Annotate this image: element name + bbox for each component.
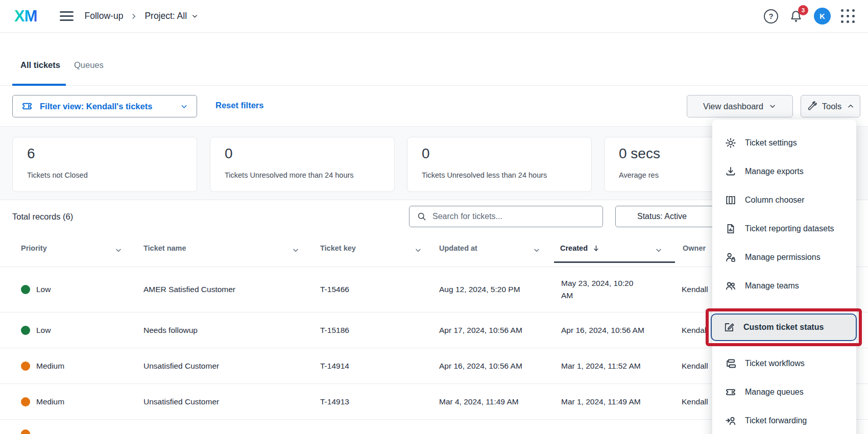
- chevron-down-icon: [191, 12, 199, 20]
- top-bar-actions: ? 3 K: [764, 8, 855, 25]
- priority-label: Low: [36, 285, 51, 294]
- menu-item-label: Column chooser: [745, 196, 805, 205]
- menu-item-manage-teams[interactable]: Manage teams: [712, 272, 856, 300]
- forward-person-icon: [725, 415, 737, 427]
- tab-bar: All tickets Queues: [0, 51, 868, 86]
- ticket-name: Unsatisfied Customer: [143, 397, 320, 406]
- menu-item-ticket-settings[interactable]: Ticket settings: [712, 129, 856, 157]
- menu-item-column-chooser[interactable]: Column chooser: [712, 186, 856, 214]
- menu-item-label: Manage permissions: [745, 253, 821, 262]
- xm-logo[interactable]: XM: [14, 7, 37, 26]
- column-header-priority[interactable]: Priority: [21, 244, 47, 252]
- filter-view-dropdown[interactable]: Filter view: Kendall's tickets: [12, 95, 197, 117]
- download-icon: [725, 165, 737, 178]
- ticket-name: Unsatisfied Customer: [143, 361, 320, 371]
- column-header-updated-at[interactable]: Updated at: [439, 244, 477, 252]
- app-window: XM Follow-up Project: All ? 3 K: [0, 0, 868, 434]
- menu-item-label: Ticket settings: [745, 138, 797, 148]
- menu-item-label: Ticket forwarding: [745, 416, 807, 425]
- breadcrumb-section[interactable]: Follow-up: [85, 11, 124, 21]
- ticket-key: T-14914: [320, 361, 439, 371]
- priority-dot-medium: [21, 397, 30, 406]
- created-at: May 23, 2024, 10:20 AM: [561, 277, 642, 302]
- reset-filters-link[interactable]: Reset filters: [215, 101, 263, 110]
- menu-item-manage-permissions[interactable]: Manage permissions: [712, 243, 856, 272]
- ticket-name: AMER Satisfied Customer: [143, 285, 320, 294]
- avatar[interactable]: K: [814, 8, 831, 25]
- menu-item-custom-ticket-status[interactable]: Custom ticket status: [711, 314, 857, 341]
- sorted-column-underline: [554, 261, 675, 263]
- column-header-ticket-key[interactable]: Ticket key: [320, 244, 356, 252]
- chevron-down-icon[interactable]: [533, 246, 541, 254]
- chevron-down-icon: [768, 102, 777, 110]
- menu-item-ticket-forwarding[interactable]: Ticket forwarding: [712, 406, 856, 434]
- hamburger-menu-icon[interactable]: [60, 9, 74, 23]
- priority-dot-low: [21, 285, 30, 294]
- app-grid-icon[interactable]: [841, 9, 855, 23]
- chevron-down-icon[interactable]: [292, 246, 300, 254]
- ticket-key: T-15466: [320, 285, 439, 294]
- view-dashboard-button[interactable]: View dashboard: [687, 95, 793, 117]
- created-at: Mar 1, 2024, 11:49 AM: [561, 397, 682, 406]
- chevron-down-icon[interactable]: [414, 246, 422, 254]
- project-selector[interactable]: Project: All: [144, 11, 199, 21]
- created-at: Mar 1, 2024, 11:52 AM: [561, 361, 682, 371]
- column-header-ticket-name[interactable]: Ticket name: [143, 244, 186, 252]
- total-records-label: Total records (6): [12, 212, 73, 222]
- stat-value: 0: [422, 146, 591, 162]
- notification-count-badge: 3: [798, 5, 808, 15]
- notifications-bell-icon[interactable]: 3: [788, 9, 804, 24]
- columns-icon: [725, 194, 737, 206]
- tools-menu: Ticket settings Manage exports Column ch…: [712, 119, 856, 434]
- tab-all-tickets[interactable]: All tickets: [20, 60, 60, 70]
- wrench-icon: [806, 101, 817, 112]
- menu-item-ticket-reporting-datasets[interactable]: Ticket reporting datasets: [712, 214, 856, 243]
- menu-item-label: Ticket workflows: [745, 359, 805, 368]
- gear-icon: [725, 137, 737, 149]
- ticket-key: T-15186: [320, 326, 439, 335]
- person-lock-icon: [725, 251, 737, 263]
- menu-item-label: Manage queues: [745, 388, 804, 397]
- stat-card-not-closed: 6 Tickets not Closed: [12, 137, 197, 192]
- search-icon: [417, 211, 427, 222]
- stat-value: 0: [225, 146, 394, 162]
- workflow-icon: [725, 357, 737, 370]
- updated-at: Mar 4, 2024, 11:49 AM: [439, 397, 561, 406]
- view-dashboard-label: View dashboard: [703, 102, 763, 111]
- sort-descending-arrow-icon: [592, 245, 600, 252]
- search-input[interactable]: [432, 212, 595, 221]
- column-header-created-label: Created: [560, 244, 588, 252]
- priority-label: Medium: [36, 397, 64, 406]
- updated-at: Apr 17, 2024, 10:56 AM: [439, 326, 561, 335]
- help-glyph: ?: [768, 12, 773, 20]
- breadcrumb: Follow-up Project: All: [85, 11, 199, 21]
- menu-item-label: Manage exports: [745, 167, 804, 176]
- edit-icon: [723, 321, 735, 333]
- stat-card-unresolved-24h-less: 0 Tickets Unresolved less than 24 hours: [407, 137, 592, 192]
- project-selector-label: Project: All: [144, 11, 187, 21]
- stat-value: 6: [27, 146, 197, 162]
- updated-at: Apr 16, 2024, 10:56 AM: [439, 361, 561, 371]
- tab-queues[interactable]: Queues: [74, 60, 104, 70]
- menu-item-manage-exports[interactable]: Manage exports: [712, 157, 856, 186]
- chevron-down-icon[interactable]: [114, 246, 123, 254]
- priority-dot-low: [21, 326, 30, 335]
- priority-dot: [21, 429, 30, 434]
- column-header-owner[interactable]: Owner: [683, 244, 706, 252]
- stat-label: Tickets Unresolved less than 24 hours: [422, 171, 591, 179]
- priority-dot-medium: [21, 361, 30, 371]
- chevron-down-icon[interactable]: [655, 246, 663, 254]
- tools-button[interactable]: Tools: [801, 95, 860, 117]
- help-icon[interactable]: ?: [764, 9, 778, 23]
- menu-item-label: Ticket reporting datasets: [745, 224, 834, 233]
- priority-label: Medium: [36, 361, 64, 371]
- menu-item-ticket-workflows[interactable]: Ticket workflows: [712, 349, 856, 378]
- ticket-icon: [21, 100, 33, 112]
- active-tab-underline: [12, 84, 66, 86]
- menu-item-label: Manage teams: [745, 281, 799, 291]
- column-header-created[interactable]: Created: [560, 244, 600, 252]
- menu-item-label: Custom ticket status: [743, 323, 824, 332]
- created-at: Apr 16, 2024, 10:56 AM: [561, 326, 682, 335]
- menu-item-manage-queues[interactable]: Manage queues: [712, 378, 856, 406]
- chevron-right-icon: [130, 13, 137, 20]
